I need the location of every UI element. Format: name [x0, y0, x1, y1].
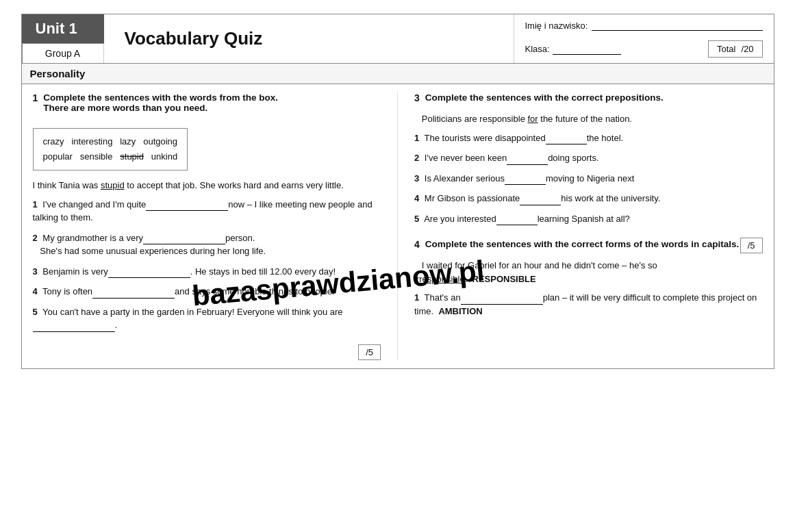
blank1-4: [92, 289, 175, 299]
section3-block: 3 Complete the sentences with the correc…: [414, 92, 763, 225]
klasa-underline: [553, 44, 621, 55]
personality-bar: Personality: [22, 64, 774, 84]
sentence3-2: 2 I've never been keendoing sports.: [414, 151, 763, 165]
section1-score: /5: [358, 344, 381, 360]
section3-example: Politicians are responsible for the futu…: [414, 112, 763, 126]
section3-title: Complete the sentences with the correct …: [425, 92, 664, 103]
total-score: /20: [741, 44, 753, 54]
main-content: 1 Complete the sentences with the words …: [22, 84, 774, 368]
blank3-5: [496, 216, 538, 225]
word-sensible: sensible: [80, 151, 113, 162]
section4-underline: irresponsible: [414, 274, 465, 284]
header: Unit 1 Group A Vocabulary Quiz Imię i na…: [22, 14, 774, 64]
imie-label: Imię i nazwisko:: [525, 21, 588, 31]
section3-underline: for: [527, 114, 538, 124]
word-interesting: interesting: [71, 136, 112, 147]
total-label: Total: [717, 44, 735, 54]
sentence3-1: 1 The tourists were disappointedthe hote…: [414, 131, 763, 145]
sentence3-3: 3 Is Alexander seriousmoving to Nigeria …: [414, 172, 763, 186]
sentence1-5: 5 You can't have a party in the garden i…: [33, 305, 381, 332]
word-crazy: crazy: [43, 136, 64, 147]
section3-score: /5: [740, 238, 763, 253]
unit-label: Unit 1: [22, 14, 104, 43]
group-label: Group A: [22, 43, 104, 63]
sentence1-2: 2 My grandmother is a veryperson. She's …: [33, 231, 381, 258]
sentence4-1: 1 That's anplan – it will be very diffic…: [414, 291, 763, 318]
sentence3-4: 4 Mr Gibson is passionatehis work at the…: [414, 192, 763, 205]
blank3-2: [507, 155, 548, 165]
section4-capital1: AMBITION: [438, 306, 482, 316]
section1-title: Complete the sentences with the words fr…: [43, 92, 278, 113]
section4-example: I waited for Gabriel for an hour and he …: [414, 259, 763, 286]
total-box: Total /20: [708, 40, 763, 58]
section4-title: Complete the sentences with the correct …: [425, 239, 739, 249]
section1-block: 1 Complete the sentences with the words …: [33, 92, 381, 332]
section3-number: 3: [414, 92, 420, 108]
word-outgoing: outgoing: [143, 136, 177, 147]
section1-number: 1: [33, 92, 38, 118]
quiz-page: Unit 1 Group A Vocabulary Quiz Imię i na…: [21, 14, 774, 369]
word-unkind: unkind: [151, 151, 177, 162]
blank3-3: [505, 175, 546, 185]
word-stupid: stupid: [120, 151, 144, 162]
blank1-2: [143, 235, 225, 244]
sentence3-5: 5 Are you interestedlearning Spanish at …: [414, 212, 763, 226]
quiz-title: Vocabulary Quiz: [104, 14, 514, 63]
section1-example: I think Tania was stupid to accept that …: [33, 179, 381, 192]
word-row1: crazy interesting lazy outgoing: [43, 134, 178, 149]
left-column: 1 Complete the sentences with the words …: [33, 92, 399, 360]
klasa-label: Klasa:: [525, 44, 550, 54]
word-row2: popular sensible stupid unkind: [43, 149, 178, 164]
imie-underline: [592, 20, 762, 31]
word-lazy: lazy: [120, 136, 136, 147]
blank4-1: [461, 295, 543, 305]
blank3-1: [546, 135, 587, 144]
right-column: 3 Complete the sentences with the correc…: [398, 92, 763, 360]
blank1-3: [108, 268, 190, 278]
header-right: Imię i nazwisko: Klasa: Total /20: [514, 14, 774, 63]
blank1-1: [146, 201, 228, 211]
section4-capital: RESPONSIBLE: [472, 274, 536, 284]
klasa-total-row: Klasa: Total /20: [525, 40, 763, 58]
blank1-5: [33, 322, 115, 332]
sentence1-3: 3 Benjamin is very. He stays in bed till…: [33, 265, 381, 279]
word-box: crazy interesting lazy outgoing popular …: [33, 128, 188, 170]
sentence1-1: 1 I've changed and I'm quitenow – I like…: [33, 198, 381, 225]
word-popular: popular: [43, 151, 73, 162]
sentence1-4: 4 Tony is oftenand says some horrible th…: [33, 285, 381, 299]
klasa-box: Klasa:: [525, 44, 621, 55]
blank3-4: [520, 196, 561, 205]
section4-block: 4 Complete the sentences with the correc…: [414, 239, 763, 318]
section4-number: 4: [414, 239, 420, 255]
imie-line: Imię i nazwisko:: [525, 20, 763, 31]
example-underline-word: stupid: [101, 180, 125, 190]
header-left: Unit 1 Group A: [22, 14, 104, 63]
